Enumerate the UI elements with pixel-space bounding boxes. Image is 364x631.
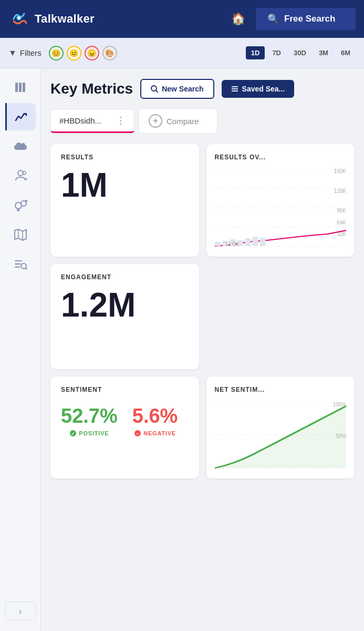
svg-text:✓: ✓ [71,431,76,436]
results-value: 1M [61,168,189,202]
page-header: Key Metrics New Search Saved Sea... [50,79,355,99]
engagement-label: ENGAGEMENT [61,273,189,281]
new-search-button[interactable]: New Search [140,79,214,99]
time-filter-group: 1D 7D 30D 3M 6M [246,46,356,59]
positive-sentiment-filter[interactable]: 😊 [49,46,64,60]
sidebar: › [0,68,41,631]
search-icon: 🔍 [267,13,279,25]
spacer [206,264,355,369]
analytics-icon [14,110,28,124]
svg-rect-38 [252,237,258,246]
svg-text:−: − [136,431,139,436]
sentiment-card: SENTIMENT 52.7% ✓ POSITIVE 5.6% [50,376,199,479]
sentiment-filter-icons: 😊 😐 😠 🎨 [49,46,117,60]
influencer-icon [14,169,27,182]
compare-tab[interactable]: + Compare [139,108,217,134]
library-icon [14,80,27,94]
svg-rect-37 [245,238,251,246]
time-7d-button[interactable]: 7D [267,46,286,59]
engagement-card: ENGAGEMENT 1.2M [50,264,199,369]
saved-searches-icon [14,257,27,271]
sidebar-item-demographics[interactable] [5,191,36,219]
svg-line-24 [156,90,158,92]
positive-label: ✓ POSITIVE [69,430,109,437]
svg-marker-15 [15,229,26,240]
neutral-sentiment-filter[interactable]: 😐 [67,46,81,60]
svg-rect-3 [15,83,18,92]
results-label: RESULTS [61,154,189,161]
negative-sentiment-filter[interactable]: 😠 [85,46,99,60]
sidebar-item-library[interactable] [5,74,36,101]
positive-sentiment: 52.7% ✓ POSITIVE [61,405,118,437]
net-chart-svg [215,401,347,469]
negative-icon: − [134,430,141,437]
sidebar-item-saved-searches[interactable] [5,250,36,278]
negative-percentage: 5.6% [132,405,178,428]
search-icon [151,85,158,93]
map-icon [14,228,27,241]
svg-line-22 [26,268,27,269]
sidebar-item-influencers[interactable] [5,162,36,189]
results-card: RESULTS 1M [50,144,199,257]
page-title: Key Metrics [50,80,133,97]
time-1d-button[interactable]: 1D [246,46,265,59]
sidebar-item-analytics[interactable] [5,103,36,130]
positive-icon: ✓ [69,430,77,437]
gender-icon [14,198,27,212]
svg-rect-39 [259,238,265,246]
net-sentiment-label: NET SENTIM... [215,386,347,393]
app-name: Talkwalker [35,12,95,26]
filter-button[interactable]: ▼ Filters [8,48,41,58]
metrics-grid: RESULTS 1M RESULTS OV... 160K 128K 96K 6… [50,144,355,479]
sentiment-label: SENTIMENT [61,386,189,393]
svg-rect-4 [19,83,22,92]
positive-percentage: 52.7% [61,405,118,428]
filter-icon: ▼ [8,48,17,58]
svg-point-11 [21,201,26,206]
results-over-chart: 160K 128K 96K 64K 32K [215,168,347,247]
time-30d-button[interactable]: 30D [288,46,311,59]
engagement-value: 1.2M [61,288,189,322]
filter-bar: ▼ Filters 😊 😐 😠 🎨 1D 7D 30D 3M 6M [0,38,364,68]
results-over-time-card: RESULTS OV... 160K 128K 96K 64K 32K [206,144,355,257]
free-search-button[interactable]: 🔍 Free Search [256,8,356,30]
svg-rect-33 [215,242,221,246]
sidebar-item-map[interactable] [5,221,36,248]
chart-x-label: 13:00 [225,241,238,247]
compare-plus-icon: + [149,114,162,128]
talkwalker-logo [8,8,29,29]
time-3m-button[interactable]: 3M [314,46,334,59]
sentiment-values: 52.7% ✓ POSITIVE 5.6% [61,401,189,437]
negative-sentiment: 5.6% − NEGATIVE [132,405,178,437]
sidebar-expand-button[interactable]: › [5,602,36,620]
cloud-icon [13,140,28,152]
search-tab-bar: #HBDsidh... ⋮ + Compare [50,108,355,134]
extra-sentiment-filter[interactable]: 🎨 [102,46,117,60]
negative-label: − NEGATIVE [134,430,176,437]
main-content: Key Metrics New Search Saved Sea... [41,68,364,631]
main-layout: › Key Metrics New Search Saved Sea... [0,68,364,631]
search-tab-options-button[interactable]: ⋮ [116,115,126,126]
net-sentiment-card: NET SENTIM... 100% 50% [206,376,355,479]
results-chart-svg [215,168,347,247]
list-icon [231,85,238,93]
results-over-label: RESULTS OV... [215,154,347,161]
sidebar-item-cloud[interactable] [5,133,36,160]
active-search-tab[interactable]: #HBDsidh... ⋮ [50,109,134,133]
svg-rect-5 [23,83,25,92]
saved-searches-button[interactable]: Saved Sea... [222,80,295,98]
home-button[interactable]: 🏠 [227,8,249,30]
svg-point-2 [17,16,20,19]
net-sentiment-chart: 100% 50% [215,401,347,469]
top-navigation: Talkwalker 🏠 🔍 Free Search [0,0,364,38]
time-6m-button[interactable]: 6M [336,46,356,59]
logo-area: Talkwalker [8,8,221,29]
